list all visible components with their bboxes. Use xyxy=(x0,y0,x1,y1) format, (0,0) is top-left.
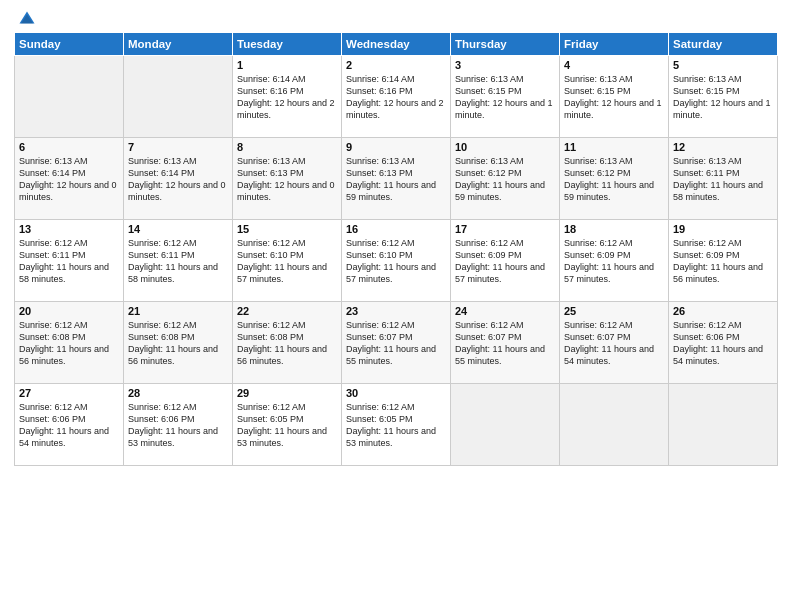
calendar-cell: 14Sunrise: 6:12 AMSunset: 6:11 PMDayligh… xyxy=(124,220,233,302)
calendar-cell: 13Sunrise: 6:12 AMSunset: 6:11 PMDayligh… xyxy=(15,220,124,302)
column-header-saturday: Saturday xyxy=(669,33,778,56)
calendar-cell: 27Sunrise: 6:12 AMSunset: 6:06 PMDayligh… xyxy=(15,384,124,466)
day-number: 27 xyxy=(19,387,119,399)
day-number: 24 xyxy=(455,305,555,317)
calendar-cell: 21Sunrise: 6:12 AMSunset: 6:08 PMDayligh… xyxy=(124,302,233,384)
calendar-cell: 12Sunrise: 6:13 AMSunset: 6:11 PMDayligh… xyxy=(669,138,778,220)
day-detail: Sunrise: 6:12 AMSunset: 6:10 PMDaylight:… xyxy=(346,237,446,286)
calendar-cell: 16Sunrise: 6:12 AMSunset: 6:10 PMDayligh… xyxy=(342,220,451,302)
calendar-cell: 19Sunrise: 6:12 AMSunset: 6:09 PMDayligh… xyxy=(669,220,778,302)
day-number: 2 xyxy=(346,59,446,71)
calendar-cell: 3Sunrise: 6:13 AMSunset: 6:15 PMDaylight… xyxy=(451,56,560,138)
calendar-cell: 24Sunrise: 6:12 AMSunset: 6:07 PMDayligh… xyxy=(451,302,560,384)
calendar-cell: 15Sunrise: 6:12 AMSunset: 6:10 PMDayligh… xyxy=(233,220,342,302)
day-detail: Sunrise: 6:12 AMSunset: 6:08 PMDaylight:… xyxy=(19,319,119,368)
day-detail: Sunrise: 6:12 AMSunset: 6:09 PMDaylight:… xyxy=(564,237,664,286)
day-number: 26 xyxy=(673,305,773,317)
day-detail: Sunrise: 6:12 AMSunset: 6:07 PMDaylight:… xyxy=(455,319,555,368)
calendar-cell xyxy=(560,384,669,466)
day-detail: Sunrise: 6:12 AMSunset: 6:06 PMDaylight:… xyxy=(19,401,119,450)
day-detail: Sunrise: 6:14 AMSunset: 6:16 PMDaylight:… xyxy=(237,73,337,122)
calendar-cell: 1Sunrise: 6:14 AMSunset: 6:16 PMDaylight… xyxy=(233,56,342,138)
day-number: 23 xyxy=(346,305,446,317)
day-number: 11 xyxy=(564,141,664,153)
day-detail: Sunrise: 6:12 AMSunset: 6:07 PMDaylight:… xyxy=(564,319,664,368)
calendar-cell: 9Sunrise: 6:13 AMSunset: 6:13 PMDaylight… xyxy=(342,138,451,220)
day-detail: Sunrise: 6:12 AMSunset: 6:09 PMDaylight:… xyxy=(673,237,773,286)
day-number: 22 xyxy=(237,305,337,317)
day-number: 6 xyxy=(19,141,119,153)
calendar-cell xyxy=(451,384,560,466)
calendar-cell: 25Sunrise: 6:12 AMSunset: 6:07 PMDayligh… xyxy=(560,302,669,384)
day-detail: Sunrise: 6:13 AMSunset: 6:13 PMDaylight:… xyxy=(237,155,337,204)
calendar-cell: 2Sunrise: 6:14 AMSunset: 6:16 PMDaylight… xyxy=(342,56,451,138)
day-detail: Sunrise: 6:13 AMSunset: 6:12 PMDaylight:… xyxy=(564,155,664,204)
calendar-cell: 11Sunrise: 6:13 AMSunset: 6:12 PMDayligh… xyxy=(560,138,669,220)
calendar-cell xyxy=(124,56,233,138)
day-detail: Sunrise: 6:13 AMSunset: 6:15 PMDaylight:… xyxy=(455,73,555,122)
day-detail: Sunrise: 6:13 AMSunset: 6:13 PMDaylight:… xyxy=(346,155,446,204)
calendar-cell: 30Sunrise: 6:12 AMSunset: 6:05 PMDayligh… xyxy=(342,384,451,466)
day-detail: Sunrise: 6:13 AMSunset: 6:12 PMDaylight:… xyxy=(455,155,555,204)
calendar-cell: 10Sunrise: 6:13 AMSunset: 6:12 PMDayligh… xyxy=(451,138,560,220)
column-header-sunday: Sunday xyxy=(15,33,124,56)
day-detail: Sunrise: 6:13 AMSunset: 6:15 PMDaylight:… xyxy=(673,73,773,122)
column-header-thursday: Thursday xyxy=(451,33,560,56)
day-detail: Sunrise: 6:12 AMSunset: 6:05 PMDaylight:… xyxy=(237,401,337,450)
day-number: 9 xyxy=(346,141,446,153)
day-detail: Sunrise: 6:12 AMSunset: 6:10 PMDaylight:… xyxy=(237,237,337,286)
logo xyxy=(14,10,36,24)
day-detail: Sunrise: 6:12 AMSunset: 6:07 PMDaylight:… xyxy=(346,319,446,368)
column-header-monday: Monday xyxy=(124,33,233,56)
day-number: 18 xyxy=(564,223,664,235)
calendar-cell: 20Sunrise: 6:12 AMSunset: 6:08 PMDayligh… xyxy=(15,302,124,384)
day-detail: Sunrise: 6:12 AMSunset: 6:06 PMDaylight:… xyxy=(673,319,773,368)
calendar-cell: 5Sunrise: 6:13 AMSunset: 6:15 PMDaylight… xyxy=(669,56,778,138)
day-detail: Sunrise: 6:12 AMSunset: 6:08 PMDaylight:… xyxy=(128,319,228,368)
day-detail: Sunrise: 6:13 AMSunset: 6:11 PMDaylight:… xyxy=(673,155,773,204)
column-header-wednesday: Wednesday xyxy=(342,33,451,56)
calendar-cell: 23Sunrise: 6:12 AMSunset: 6:07 PMDayligh… xyxy=(342,302,451,384)
calendar-cell: 26Sunrise: 6:12 AMSunset: 6:06 PMDayligh… xyxy=(669,302,778,384)
page: SundayMondayTuesdayWednesdayThursdayFrid… xyxy=(0,0,792,612)
day-number: 5 xyxy=(673,59,773,71)
calendar-table: SundayMondayTuesdayWednesdayThursdayFrid… xyxy=(14,32,778,466)
day-number: 7 xyxy=(128,141,228,153)
day-number: 10 xyxy=(455,141,555,153)
day-number: 21 xyxy=(128,305,228,317)
header xyxy=(14,10,778,24)
calendar-cell: 4Sunrise: 6:13 AMSunset: 6:15 PMDaylight… xyxy=(560,56,669,138)
column-header-friday: Friday xyxy=(560,33,669,56)
day-detail: Sunrise: 6:12 AMSunset: 6:09 PMDaylight:… xyxy=(455,237,555,286)
logo-icon xyxy=(18,10,36,28)
calendar-cell: 7Sunrise: 6:13 AMSunset: 6:14 PMDaylight… xyxy=(124,138,233,220)
day-number: 14 xyxy=(128,223,228,235)
column-header-tuesday: Tuesday xyxy=(233,33,342,56)
day-detail: Sunrise: 6:14 AMSunset: 6:16 PMDaylight:… xyxy=(346,73,446,122)
day-number: 25 xyxy=(564,305,664,317)
day-number: 12 xyxy=(673,141,773,153)
day-number: 3 xyxy=(455,59,555,71)
day-detail: Sunrise: 6:12 AMSunset: 6:11 PMDaylight:… xyxy=(128,237,228,286)
day-detail: Sunrise: 6:12 AMSunset: 6:06 PMDaylight:… xyxy=(128,401,228,450)
calendar-cell: 29Sunrise: 6:12 AMSunset: 6:05 PMDayligh… xyxy=(233,384,342,466)
calendar-cell: 6Sunrise: 6:13 AMSunset: 6:14 PMDaylight… xyxy=(15,138,124,220)
day-number: 15 xyxy=(237,223,337,235)
day-number: 8 xyxy=(237,141,337,153)
day-detail: Sunrise: 6:12 AMSunset: 6:08 PMDaylight:… xyxy=(237,319,337,368)
day-number: 1 xyxy=(237,59,337,71)
day-number: 16 xyxy=(346,223,446,235)
day-number: 13 xyxy=(19,223,119,235)
day-detail: Sunrise: 6:13 AMSunset: 6:14 PMDaylight:… xyxy=(19,155,119,204)
calendar-cell: 8Sunrise: 6:13 AMSunset: 6:13 PMDaylight… xyxy=(233,138,342,220)
day-number: 30 xyxy=(346,387,446,399)
day-detail: Sunrise: 6:13 AMSunset: 6:14 PMDaylight:… xyxy=(128,155,228,204)
calendar-cell xyxy=(15,56,124,138)
calendar-cell: 18Sunrise: 6:12 AMSunset: 6:09 PMDayligh… xyxy=(560,220,669,302)
day-number: 4 xyxy=(564,59,664,71)
day-detail: Sunrise: 6:12 AMSunset: 6:11 PMDaylight:… xyxy=(19,237,119,286)
day-number: 28 xyxy=(128,387,228,399)
day-number: 19 xyxy=(673,223,773,235)
day-detail: Sunrise: 6:13 AMSunset: 6:15 PMDaylight:… xyxy=(564,73,664,122)
calendar-cell: 17Sunrise: 6:12 AMSunset: 6:09 PMDayligh… xyxy=(451,220,560,302)
